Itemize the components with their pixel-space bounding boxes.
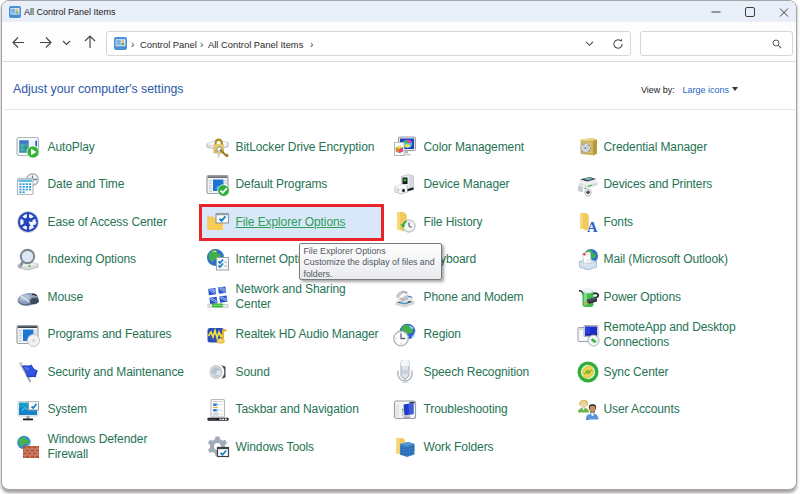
svg-text:A: A bbox=[587, 219, 598, 235]
